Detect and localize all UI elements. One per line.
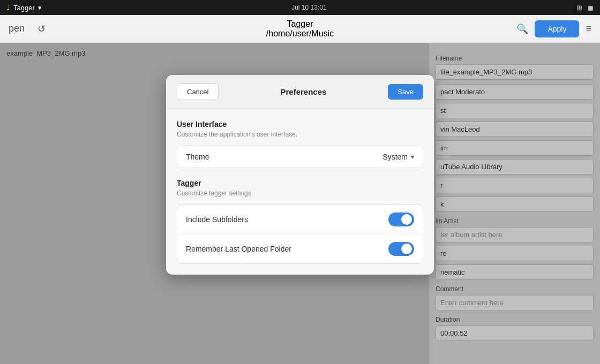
tagger-section-desc: Customize tagger settings. <box>177 189 423 197</box>
cancel-button[interactable]: Cancel <box>177 84 219 100</box>
menu-button[interactable]: ≡ <box>583 21 594 36</box>
system-bar-right: ⊞ ◼ <box>576 4 594 12</box>
theme-value: System <box>382 153 408 161</box>
search-button[interactable]: 🔍 <box>514 21 530 37</box>
app-title: Tagger <box>266 19 334 29</box>
sys-icon-2: ◼ <box>588 4 594 12</box>
dialog-title: Preferences <box>219 87 388 96</box>
tagger-section-title: Tagger <box>177 179 423 187</box>
theme-row: Theme System ▾ <box>177 146 423 168</box>
include-subfolders-row: Include Subfolders <box>177 205 423 234</box>
app-bar: pen ↺ Tagger /home/user/Music 🔍 Apply ≡ <box>0 15 600 43</box>
theme-select[interactable]: System ▾ <box>382 153 414 161</box>
app-name-label: Tagger <box>13 4 35 12</box>
search-icon: 🔍 <box>516 24 528 34</box>
app-icon: ♩ <box>6 3 10 12</box>
app-dropdown-icon: ▾ <box>38 4 42 12</box>
chevron-down-icon: ▾ <box>411 153 414 161</box>
dialog-header: Cancel Preferences Save <box>166 75 434 109</box>
remember-folder-label: Remember Last Opened Folder <box>186 245 291 253</box>
system-bar: ♩ Tagger ▾ Jul 10 13:01 ⊞ ◼ <box>0 0 600 15</box>
app-bar-left: pen ↺ <box>6 21 48 37</box>
remember-folder-row: Remember Last Opened Folder <box>177 234 423 263</box>
refresh-button[interactable]: ↺ <box>35 21 48 37</box>
tagger-section: Tagger Customize tagger settings. Includ… <box>177 179 423 264</box>
app-subtitle: /home/user/Music <box>266 29 334 39</box>
tagger-settings-box: Include Subfolders Remember Last Opened … <box>177 204 423 264</box>
remember-folder-toggle[interactable] <box>388 242 414 256</box>
preferences-dialog: Cancel Preferences Save User Interface C… <box>166 75 434 275</box>
ui-section-desc: Customize the application's user interfa… <box>177 131 423 138</box>
system-time: Jul 10 13:01 <box>291 4 326 11</box>
dialog-body: User Interface Customize the application… <box>166 109 434 275</box>
theme-label: Theme <box>186 153 209 161</box>
modal-overlay: Cancel Preferences Save User Interface C… <box>0 43 600 364</box>
open-button[interactable]: pen <box>6 21 27 36</box>
include-subfolders-label: Include Subfolders <box>186 215 248 224</box>
system-bar-left: ♩ Tagger ▾ <box>6 3 42 12</box>
app-bar-center: Tagger /home/user/Music <box>266 19 334 39</box>
include-subfolders-toggle[interactable] <box>388 213 414 226</box>
app-menu[interactable]: ♩ Tagger ▾ <box>6 3 42 12</box>
ui-section-title: User Interface <box>177 120 423 128</box>
apply-button[interactable]: Apply <box>535 20 579 37</box>
sys-icon-1: ⊞ <box>576 4 582 12</box>
user-interface-section: User Interface Customize the application… <box>177 120 423 168</box>
app-bar-right: 🔍 Apply ≡ <box>514 20 594 37</box>
save-button[interactable]: Save <box>388 84 423 100</box>
